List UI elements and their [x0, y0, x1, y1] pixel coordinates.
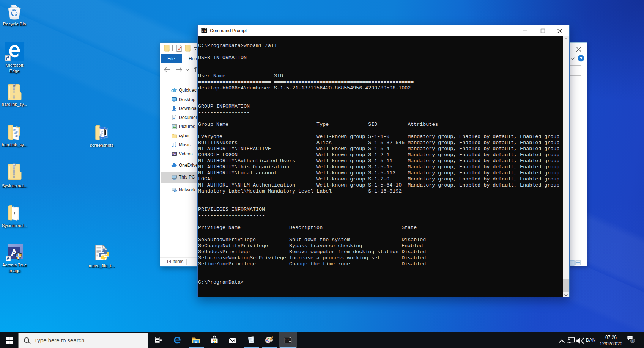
svg-text:C:\: C:\ — [202, 30, 206, 33]
svg-text:C:\: C:\ — [285, 339, 289, 341]
svg-text:?: ? — [579, 56, 582, 61]
svg-text:1: 1 — [632, 339, 634, 343]
